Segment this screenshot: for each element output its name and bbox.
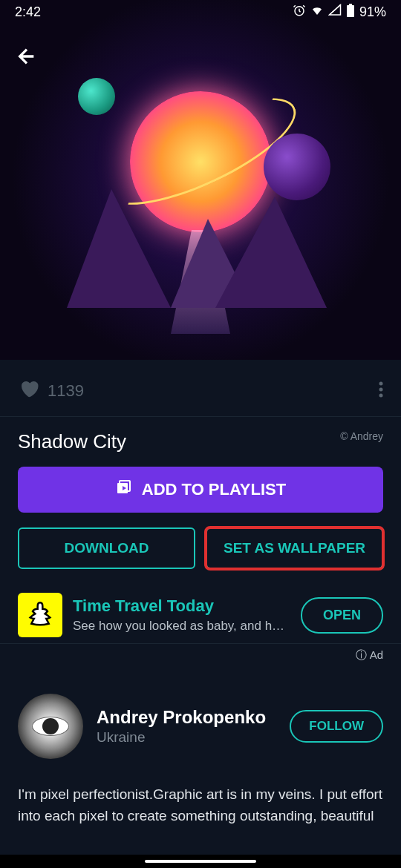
svg-point-4 [379, 388, 383, 392]
system-nav-bar[interactable] [0, 855, 401, 868]
wallpaper-title: Shadow City [18, 430, 126, 453]
set-wallpaper-label: SET AS WALLPAPER [224, 540, 365, 556]
like-button[interactable]: 1139 [18, 378, 84, 404]
wallpaper-preview [0, 0, 401, 360]
alarm-icon [293, 4, 306, 21]
heart-icon [18, 378, 40, 404]
ad-title[interactable]: Time Travel Today [73, 596, 290, 616]
artist-avatar[interactable] [18, 694, 83, 759]
like-count: 1139 [48, 381, 84, 401]
download-label: DOWNLOAD [65, 540, 149, 556]
copyright-label: © Andrey [340, 430, 383, 442]
status-time: 2:42 [15, 4, 41, 20]
svg-point-3 [379, 382, 383, 386]
svg-rect-1 [347, 5, 354, 17]
ad-subtitle: See how you looked as baby, and how y… [73, 619, 290, 634]
add-to-playlist-button[interactable]: ADD TO PLAYLIST [18, 467, 383, 513]
ad-open-label: OPEN [323, 608, 361, 622]
signal-icon [328, 4, 342, 21]
artist-location: Ukraine [97, 729, 276, 746]
artist-name[interactable]: Andrey Prokopenko [97, 707, 276, 728]
more-menu-button[interactable] [379, 381, 383, 401]
status-bar: 2:42 91% [0, 0, 401, 24]
follow-label: FOLLOW [309, 719, 364, 733]
svg-rect-2 [349, 4, 352, 5]
battery-icon [346, 4, 355, 21]
add-to-playlist-label: ADD TO PLAYLIST [142, 480, 286, 499]
ad-app-icon[interactable] [18, 593, 62, 637]
status-indicators: 91% [293, 4, 386, 21]
battery-percent: 91% [359, 4, 386, 20]
svg-point-5 [379, 394, 383, 398]
wifi-icon [310, 4, 324, 21]
back-button[interactable] [15, 45, 39, 71]
nav-handle[interactable] [145, 860, 256, 863]
playlist-icon [115, 479, 133, 501]
ad-open-button[interactable]: OPEN [301, 597, 383, 634]
artist-bio: I'm pixel perfectionist.Graphic art is i… [0, 769, 401, 841]
set-as-wallpaper-button[interactable]: SET AS WALLPAPER [206, 527, 383, 569]
ad-indicator: ⓘ Ad [0, 644, 401, 671]
download-button[interactable]: DOWNLOAD [18, 527, 195, 569]
follow-button[interactable]: FOLLOW [290, 710, 383, 743]
